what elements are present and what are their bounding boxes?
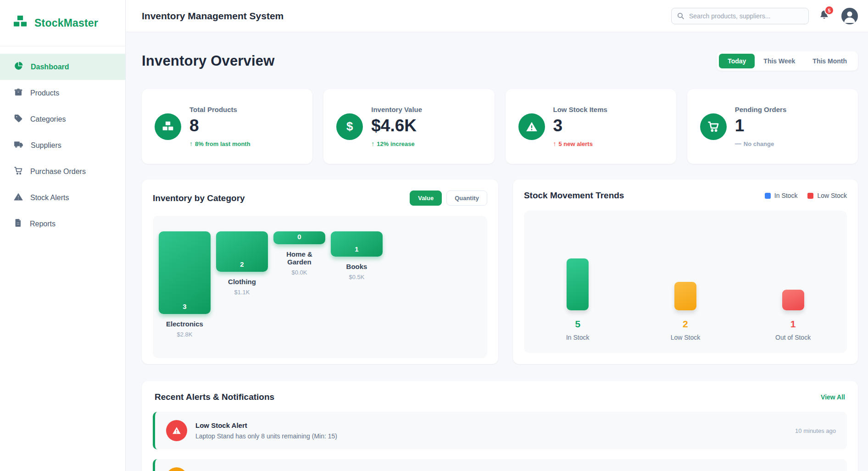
value-toggle-button[interactable]: Value [410,191,442,206]
top-header: Inventory Management System 5 [126,0,868,32]
alerts-title: Recent Alerts & Notifications [155,392,274,402]
stat-card-total-products: Total Products 8 ↑8% from last month [142,89,312,164]
cart-icon [700,113,727,140]
stat-value: 1 [735,117,787,135]
sidebar-item-label: Categories [30,116,66,123]
tag-icon [14,114,23,125]
trends-chart: 5 In Stock 2 Low Stock 1 Out of Stock [524,211,847,353]
legend-in-stock: In Stock [765,192,798,199]
period-toggle: Today This Week This Month [717,51,858,71]
file-icon [14,219,22,229]
trend-value: 2 [683,319,688,330]
legend-swatch-red [807,193,813,199]
trend-column-low-stock: 2 Low Stock [632,211,740,341]
clock-icon [166,467,187,471]
period-this-week-button[interactable]: This Week [755,54,804,68]
sidebar-item-reports[interactable]: Reports [0,211,125,237]
stat-label: Low Stock Items [553,106,607,113]
stat-value: 8 [189,117,250,135]
chart-title: Stock Movement Trends [524,191,624,201]
period-this-month-button[interactable]: This Month [804,54,856,68]
alert-triangle-icon [166,420,187,441]
search-box [671,8,809,24]
stat-trend: —No change [735,140,787,147]
app-name: StockMaster [34,17,98,29]
trend-label: Out of Stock [775,334,811,341]
page-header-title: Inventory Management System [142,11,671,22]
category-bar[interactable]: 1 [331,231,383,257]
category-value-label: $1.1K [216,289,268,296]
chart-legend: In Stock Low Stock [765,192,847,199]
inventory-by-category-card: Inventory by Category Value Quantity 3 E… [142,179,498,364]
category-bar[interactable]: 3 [159,231,211,314]
view-all-link[interactable]: View All [821,393,845,401]
box-icon [14,88,23,99]
category-bar[interactable]: 2 [216,231,268,272]
sidebar-item-stock-alerts[interactable]: Stock Alerts [0,185,125,211]
search-input[interactable] [671,8,809,24]
sidebar-item-label: Stock Alerts [30,194,69,202]
trend-column-out-of-stock: 1 Out of Stock [739,211,847,341]
notifications-button[interactable]: 5 [819,10,829,22]
category-column-clothing: 2 Clothing $1.1K [216,231,268,296]
cart-icon [14,166,23,177]
alert-row-purchase-order[interactable]: Purchase Order Due [153,459,847,471]
stat-card-low-stock-items: Low Stock Items 3 ↑5 new alerts [506,89,676,164]
boxes-icon [155,113,181,140]
sidebar-item-categories[interactable]: Categories [0,106,125,132]
sidebar-item-label: Dashboard [31,63,69,71]
alert-description: Laptop Stand has only 8 units remaining … [195,432,787,440]
alert-triangle-icon [14,192,23,203]
user-avatar[interactable] [841,8,858,24]
sidebar-item-label: Suppliers [31,142,61,149]
trend-value: 5 [575,319,580,330]
trend-label: Low Stock [671,334,701,341]
category-label: Home & Garden [273,250,325,266]
trend-bar[interactable] [674,282,696,310]
sidebar-item-dashboard[interactable]: Dashboard [0,54,125,80]
trend-bar[interactable] [567,258,589,310]
category-value-label: $0.0K [273,269,325,276]
sidebar-item-label: Purchase Orders [30,168,86,175]
stat-trend: ↑12% increase [371,140,422,147]
stat-label: Pending Orders [735,106,787,113]
stat-card-pending-orders: Pending Orders 1 —No change [687,89,858,164]
trend-bar[interactable] [782,290,804,310]
sidebar-nav: Dashboard Products Categories Suppliers … [0,46,125,237]
bar-value: 3 [183,303,186,314]
alert-title: Low Stock Alert [195,421,787,429]
sidebar-item-purchase-orders[interactable]: Purchase Orders [0,158,125,185]
page-title: Inventory Overview [142,53,275,69]
alert-triangle-icon [518,113,545,140]
stats-row: Total Products 8 ↑8% from last month $ I… [142,89,858,164]
dollar-icon: $ [336,113,363,140]
sidebar-item-label: Reports [30,220,56,228]
trend-up-icon: ↑ [553,140,556,147]
trend-value: 1 [790,319,796,330]
notification-badge: 5 [824,6,834,15]
trend-flat-icon: — [735,140,741,147]
quantity-toggle-button[interactable]: Quantity [446,191,487,206]
bar-value: 0 [297,233,301,244]
bar-value: 2 [240,260,244,272]
category-value-label: $0.5K [331,274,383,280]
dashboard-content: Inventory Overview Today This Week This … [126,32,868,471]
sidebar-item-suppliers[interactable]: Suppliers [0,132,125,158]
sidebar-item-products[interactable]: Products [0,80,125,106]
stat-trend: ↑8% from last month [189,140,250,147]
trend-up-icon: ↑ [189,140,193,147]
stat-value: 3 [553,117,607,135]
category-bar[interactable]: 0 [273,231,325,244]
category-chart: 3 Electronics $2.8K 2 Clothing $1.1K 0 H… [153,216,487,358]
period-today-button[interactable]: Today [719,54,755,68]
trend-up-icon: ↑ [371,140,374,147]
category-column-electronics: 3 Electronics $2.8K [159,231,211,338]
trend-column-in-stock: 5 In Stock [524,211,632,341]
pie-chart-icon [14,61,23,73]
alert-row-low-stock[interactable]: Low Stock Alert Laptop Stand has only 8 … [153,412,847,449]
search-icon [677,12,684,22]
category-label: Books [331,263,383,270]
boxes-logo-icon [12,14,28,32]
stat-card-inventory-value: $ Inventory Value $4.6K ↑12% increase [323,89,494,164]
stat-label: Total Products [189,106,250,113]
